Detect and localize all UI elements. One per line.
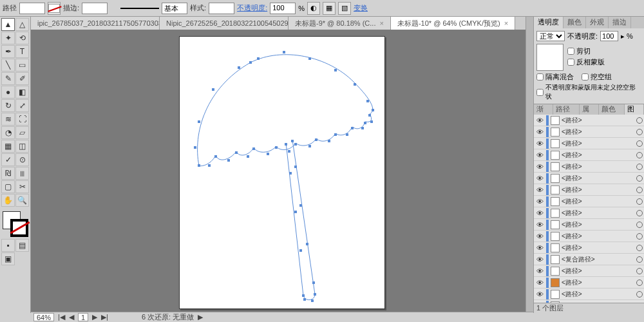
layer-item[interactable]: 👁<路径>: [534, 242, 644, 254]
tab-swatches[interactable]: 颜色参: [599, 104, 625, 115]
screen-mode-button[interactable]: ▣: [1, 252, 15, 265]
visibility-icon[interactable]: 👁: [535, 267, 544, 275]
close-icon[interactable]: ×: [379, 19, 383, 27]
tab-gradient[interactable]: 渐变: [534, 104, 553, 115]
pen-tool[interactable]: ✒: [1, 45, 15, 58]
transform-link[interactable]: 变换: [354, 3, 368, 13]
visibility-icon[interactable]: 👁: [535, 117, 544, 124]
opacity-input[interactable]: 100: [270, 3, 296, 14]
nav-next-icon[interactable]: ▶: [92, 313, 97, 321]
target-icon[interactable]: [636, 140, 643, 147]
panel-opacity-input[interactable]: [600, 31, 618, 41]
no-stroke-button[interactable]: [48, 2, 61, 15]
visibility-icon[interactable]: 👁: [535, 279, 544, 287]
layer-item[interactable]: 👁<路径>: [534, 219, 644, 231]
visibility-icon[interactable]: 👁: [535, 186, 544, 194]
style-dropdown[interactable]: [209, 3, 234, 14]
target-icon[interactable]: [636, 198, 643, 205]
fill-swatch-dropdown[interactable]: [19, 3, 45, 14]
layer-item[interactable]: 👁<路径>: [534, 138, 644, 149]
recolor-button[interactable]: ◐: [307, 2, 320, 15]
selection-tool[interactable]: ▲: [1, 18, 15, 31]
layer-item[interactable]: 👁<路径>: [534, 207, 644, 219]
layer-item[interactable]: 👁<复合路径>: [534, 254, 644, 265]
alpha-define-checkbox[interactable]: [536, 89, 544, 96]
layer-item[interactable]: 👁<路径>: [534, 161, 644, 173]
visibility-icon[interactable]: 👁: [535, 163, 544, 171]
blend-mode-select[interactable]: 正常: [536, 31, 565, 41]
blob-brush-tool[interactable]: ●: [1, 86, 15, 99]
layer-item[interactable]: 👁<路径>: [534, 184, 644, 196]
opacity-mask-thumbnail[interactable]: [536, 44, 564, 71]
scale-tool[interactable]: ⤢: [15, 99, 29, 112]
visibility-icon[interactable]: 👁: [535, 140, 544, 147]
document-tab[interactable]: 未标题-9* @ 80.18% (C...×: [289, 17, 391, 30]
line-tool[interactable]: ╲: [1, 59, 15, 71]
direct-selection-tool[interactable]: △: [15, 18, 29, 31]
panel-collapse-strip[interactable]: [526, 17, 533, 313]
tab-transparency[interactable]: 透明度: [534, 17, 564, 28]
invert-mask-checkbox[interactable]: [567, 59, 574, 66]
pencil-tool[interactable]: ✐: [15, 72, 29, 85]
visibility-icon[interactable]: 👁: [535, 232, 544, 240]
stroke-swatch[interactable]: [10, 219, 28, 237]
symbol-sprayer-tool[interactable]: ₪: [1, 167, 15, 180]
graph-tool[interactable]: ⫼: [15, 167, 29, 180]
artboard-nav-input[interactable]: 1: [78, 313, 88, 321]
target-icon[interactable]: [636, 268, 643, 274]
layer-item[interactable]: 👁<路径>: [534, 149, 644, 161]
hand-tool[interactable]: ✋: [1, 194, 15, 207]
magic-wand-tool[interactable]: ✦: [1, 32, 15, 44]
target-icon[interactable]: [636, 233, 643, 240]
nav-last-icon[interactable]: ▶|: [101, 313, 108, 321]
tab-layers[interactable]: 图层: [625, 104, 644, 115]
document-tab-active[interactable]: 未标题-10* @ 64% (CMYK/预览)×: [391, 17, 515, 30]
visibility-icon[interactable]: 👁: [535, 198, 544, 205]
type-tool[interactable]: T: [15, 45, 29, 58]
width-tool[interactable]: ≋: [1, 113, 15, 126]
document-tab[interactable]: Nipic_26725256_20180322100545029030.ai*×: [160, 17, 289, 30]
layer-item[interactable]: 👁<路径>: [534, 126, 644, 138]
isolate-blend-checkbox[interactable]: [536, 73, 544, 80]
layer-list[interactable]: 👁<路径>👁<路径>👁<路径>👁<路径>👁<路径>👁<路径>👁<路径>👁<路径>…: [534, 115, 644, 303]
target-icon[interactable]: [636, 175, 643, 182]
opacity-link[interactable]: 不透明度:: [237, 3, 267, 13]
blend-tool[interactable]: ⊙: [15, 153, 29, 166]
eraser-tool[interactable]: ◧: [15, 86, 29, 99]
layer-item[interactable]: 👁<路径>: [534, 196, 644, 207]
visibility-icon[interactable]: 👁: [535, 209, 544, 217]
nav-first-icon[interactable]: |◀: [58, 313, 65, 321]
gradient-mode-button[interactable]: ▤: [15, 239, 29, 252]
target-icon[interactable]: [636, 117, 643, 124]
rotate-tool[interactable]: ↻: [1, 99, 15, 112]
visibility-icon[interactable]: 👁: [535, 256, 544, 263]
stroke-weight-input[interactable]: [82, 3, 108, 14]
target-icon[interactable]: [636, 256, 643, 263]
visibility-icon[interactable]: 👁: [535, 221, 544, 229]
target-icon[interactable]: [636, 164, 643, 170]
document-tab[interactable]: ipic_26785037_20180321175057703037.ai*×: [31, 17, 160, 30]
close-icon[interactable]: ×: [504, 19, 508, 27]
mesh-tool[interactable]: ▦: [1, 140, 15, 153]
clip-checkbox[interactable]: [567, 48, 574, 55]
layer-item[interactable]: 👁<路径>: [534, 265, 644, 277]
zoom-level-input[interactable]: 64%: [33, 313, 54, 321]
visibility-icon[interactable]: 👁: [535, 151, 544, 159]
artboard-tool[interactable]: ▢: [1, 180, 15, 193]
target-icon[interactable]: [636, 279, 643, 286]
nav-prev-icon[interactable]: ◀: [69, 313, 74, 321]
slice-tool[interactable]: ✂: [15, 180, 29, 193]
layer-item[interactable]: 👁<路径>: [534, 231, 644, 242]
vector-path-mushroom[interactable]: [180, 37, 386, 310]
layer-item[interactable]: 👁<路径>: [534, 173, 644, 184]
artboard[interactable]: [179, 36, 385, 309]
visibility-icon[interactable]: 👁: [535, 290, 544, 298]
color-mode-button[interactable]: ▪: [1, 239, 15, 252]
target-icon[interactable]: [636, 210, 643, 216]
perspective-tool[interactable]: ▱: [15, 126, 29, 139]
zoom-tool[interactable]: 🔍: [15, 194, 29, 207]
target-icon[interactable]: [636, 222, 643, 228]
rectangle-tool[interactable]: ▭: [15, 59, 29, 71]
tab-stroke[interactable]: 描边: [609, 17, 631, 28]
layer-item[interactable]: 👁<路径>: [534, 115, 644, 126]
